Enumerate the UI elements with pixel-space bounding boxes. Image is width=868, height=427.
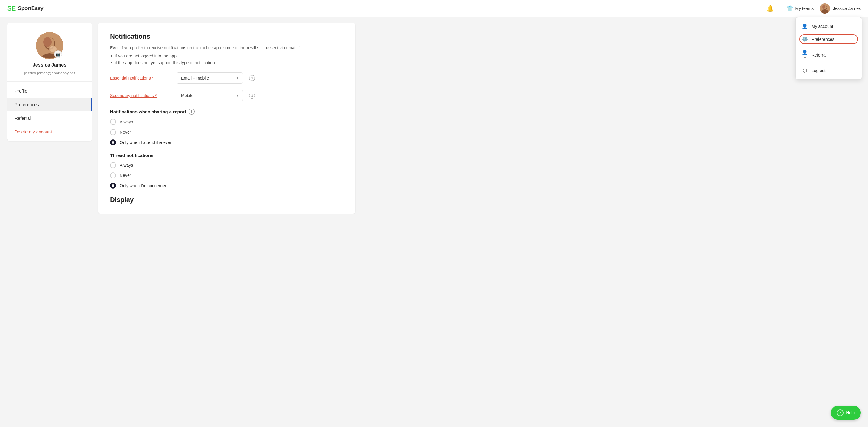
thread-section-header: Thread notifications [110, 153, 343, 158]
sidebar-nav: Profile Preferences Referral Delete my a… [7, 82, 92, 141]
referral-icon: 👤+ [802, 49, 808, 60]
help-circle-icon: ? [837, 409, 843, 416]
sharing-radio-attend [110, 139, 116, 145]
sharing-option-never[interactable]: Never [110, 129, 343, 135]
secondary-notifications-select[interactable]: Mobile Email + mobile Email None [177, 90, 243, 101]
sharing-option-always[interactable]: Always [110, 119, 343, 125]
bullet-item-2: if the app does not yet support this typ… [115, 60, 343, 65]
sharing-option-attend[interactable]: Only when I attend the event [110, 139, 343, 145]
sharing-label-never: Never [120, 130, 131, 135]
sharing-section-header: Notifications when sharing a report ℹ [110, 109, 343, 115]
dropdown-referral-label: Referral [811, 53, 827, 57]
sidebar: 📷 Jessica James jessica.james@sporteasy.… [7, 23, 92, 141]
dropdown-preferences-label: Preferences [811, 37, 834, 42]
content: Notifications Even if you prefer to rece… [98, 23, 355, 214]
help-button[interactable]: ? Help [831, 406, 861, 420]
dropdown-logout[interactable]: ⏻ Log out [796, 64, 862, 77]
sharing-label-always: Always [120, 119, 133, 124]
thread-section-title: Thread notifications [110, 153, 153, 158]
thread-radio-group: Always Never Only when I'm concerned [110, 162, 343, 189]
user-avatar-small [819, 3, 830, 13]
thread-radio-never [110, 172, 116, 178]
secondary-notifications-label[interactable]: Secondary notifications * [110, 93, 170, 98]
dropdown-my-account[interactable]: 👤 My account [796, 20, 862, 33]
sidebar-item-label-preferences: Preferences [14, 102, 39, 107]
page-title: Notifications [110, 33, 343, 40]
notifications-description: Even if you prefer to receive notificati… [110, 45, 343, 51]
sidebar-item-profile[interactable]: Profile [7, 84, 92, 98]
bullet-item-1: if you are not logged into the app [115, 54, 343, 58]
svg-point-8 [43, 37, 52, 47]
essential-notifications-row: Essential notifications * Email + mobile… [110, 72, 343, 84]
display-title: Display [110, 196, 343, 204]
power-icon: ⏻ [802, 68, 808, 73]
shirt-icon: 👕 [786, 5, 793, 12]
avatar-container: 📷 [36, 32, 63, 59]
bell-icon[interactable]: 🔔 [767, 5, 774, 12]
essential-notifications-label[interactable]: Essential notifications * [110, 76, 170, 80]
secondary-notifications-row: Secondary notifications * Mobile Email +… [110, 90, 343, 101]
logo-icon: SE [7, 4, 16, 12]
user-menu-button[interactable]: Jessica James [819, 3, 861, 13]
thread-label-never: Never [120, 173, 131, 178]
logo[interactable]: SE SportEasy [7, 4, 43, 12]
sharing-section-title: Notifications when sharing a report [110, 109, 186, 114]
person-icon: 👤 [802, 23, 808, 29]
essential-select-wrapper: Email + mobile Mobile Email None ▼ [177, 72, 243, 84]
sidebar-item-referral[interactable]: Referral [7, 111, 92, 125]
sharing-radio-never [110, 129, 116, 135]
sharing-label-attend: Only when I attend the event [120, 140, 174, 145]
sidebar-item-label-delete: Delete my account [14, 129, 52, 134]
logo-text: SportEasy [18, 5, 43, 11]
secondary-label-text: Secondary notifications * [110, 93, 157, 98]
dropdown-referral[interactable]: 👤+ Referral [796, 46, 862, 64]
thread-radio-concerned [110, 183, 116, 189]
essential-notifications-select[interactable]: Email + mobile Mobile Email None [177, 72, 243, 84]
thread-option-concerned[interactable]: Only when I'm concerned [110, 183, 343, 189]
secondary-select-wrapper: Mobile Email + mobile Email None ▼ [177, 90, 243, 101]
dropdown-logout-label: Log out [811, 68, 826, 73]
sidebar-item-label-profile: Profile [14, 88, 28, 93]
main-layout: 📷 Jessica James jessica.james@sporteasy.… [0, 17, 363, 220]
essential-info-icon[interactable]: ℹ [249, 75, 255, 81]
thread-option-never[interactable]: Never [110, 172, 343, 178]
gear-icon: ⚙️ [802, 36, 808, 42]
sharing-radio-group: Always Never Only when I attend the even… [110, 119, 343, 145]
sidebar-profile: 📷 Jessica James jessica.james@sporteasy.… [7, 23, 92, 81]
dropdown-my-account-label: My account [811, 24, 833, 29]
dropdown-preferences[interactable]: ⚙️ Preferences [796, 33, 862, 46]
sidebar-item-preferences[interactable]: Preferences [7, 98, 92, 111]
thread-label-always: Always [120, 163, 133, 168]
thread-label-concerned: Only when I'm concerned [120, 183, 167, 188]
svg-point-4 [823, 5, 826, 9]
sharing-radio-always [110, 119, 116, 125]
secondary-info-icon[interactable]: ℹ [249, 92, 255, 98]
sharing-info-icon[interactable]: ℹ [189, 109, 195, 115]
user-name-header: Jessica James [833, 6, 861, 11]
essential-label-text: Essential notifications * [110, 76, 154, 80]
notifications-bullets: if you are not logged into the app if th… [115, 54, 343, 65]
camera-icon[interactable]: 📷 [54, 50, 62, 58]
my-teams-button[interactable]: 👕 My teams [786, 5, 814, 12]
sidebar-item-delete[interactable]: Delete my account [7, 125, 92, 139]
sidebar-item-label-referral: Referral [14, 116, 31, 121]
header-right: 🔔 👕 My teams Jessica James [767, 3, 861, 13]
help-label: Help [846, 410, 855, 415]
sidebar-username: Jessica James [33, 62, 66, 68]
header-divider [780, 5, 780, 12]
sidebar-email: jessica.james@sporteasy.net [24, 71, 75, 75]
thread-radio-always [110, 162, 116, 168]
dropdown-menu: 👤 My account ⚙️ Preferences 👤+ Referral … [796, 17, 862, 80]
thread-option-always[interactable]: Always [110, 162, 343, 168]
my-teams-label: My teams [796, 6, 814, 11]
header: SE SportEasy 🔔 👕 My teams Jessica James [0, 0, 868, 17]
